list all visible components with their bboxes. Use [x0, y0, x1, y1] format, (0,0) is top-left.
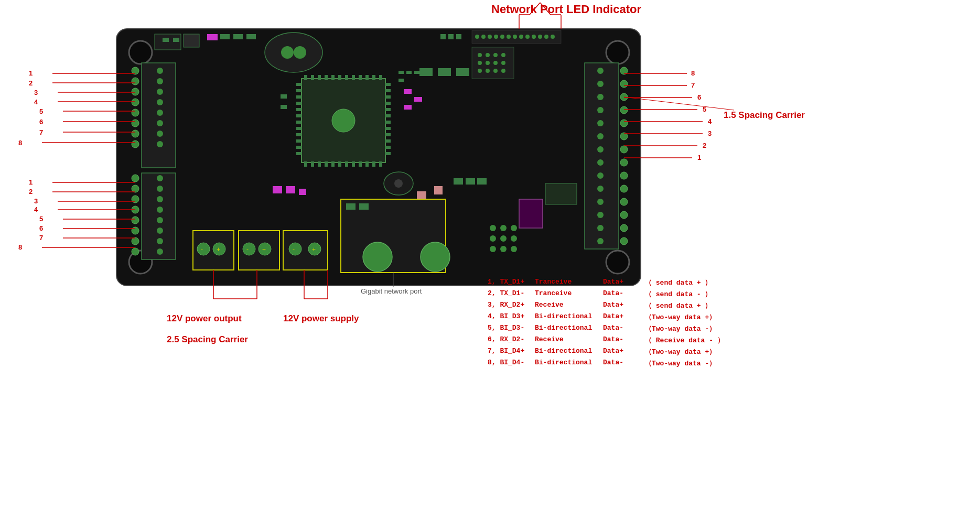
svg-point-26 — [157, 99, 163, 105]
svg-point-30 — [157, 141, 163, 147]
svg-point-40 — [620, 67, 628, 74]
legend-type-3: Receive — [535, 301, 603, 310]
svg-rect-107 — [385, 89, 391, 92]
svg-point-55 — [597, 81, 604, 87]
svg-rect-68 — [155, 34, 181, 50]
svg-text:1: 1 — [697, 154, 701, 161]
svg-rect-105 — [296, 152, 301, 155]
svg-point-42 — [620, 93, 628, 101]
svg-rect-77 — [233, 34, 243, 39]
legend-type-5: Bi-directional — [535, 324, 603, 333]
legend-type-1: Tranceive — [535, 278, 603, 287]
svg-point-61 — [597, 159, 604, 166]
svg-rect-181 — [438, 68, 451, 76]
svg-text:+: + — [312, 246, 316, 253]
svg-text:4: 4 — [34, 98, 38, 106]
svg-rect-177 — [440, 34, 446, 39]
svg-point-33 — [157, 196, 163, 202]
svg-point-49 — [620, 185, 628, 192]
svg-rect-207 — [414, 71, 419, 74]
label-gigabit-network: Gigabit network port — [361, 287, 422, 295]
svg-rect-146 — [414, 97, 422, 102]
svg-text:6: 6 — [697, 93, 701, 101]
svg-point-17 — [132, 196, 139, 203]
svg-rect-145 — [404, 89, 412, 94]
svg-rect-144 — [281, 105, 287, 109]
svg-rect-179 — [456, 34, 461, 39]
legend-type-6: Receive — [535, 335, 603, 345]
svg-rect-154 — [417, 191, 426, 201]
svg-text:-: - — [246, 246, 249, 253]
svg-rect-98 — [296, 108, 301, 111]
svg-point-168 — [289, 243, 301, 255]
svg-point-88 — [525, 35, 530, 39]
svg-rect-104 — [296, 146, 301, 149]
svg-rect-155 — [357, 225, 383, 240]
svg-rect-117 — [385, 152, 391, 155]
legend-num-1: 1, TX_D1+ — [488, 278, 535, 287]
svg-rect-108 — [385, 95, 391, 99]
svg-point-11 — [132, 109, 139, 116]
svg-text:4: 4 — [708, 117, 712, 125]
svg-point-188 — [478, 61, 482, 65]
svg-rect-210 — [454, 178, 463, 185]
svg-rect-76 — [220, 34, 230, 39]
svg-point-174 — [421, 242, 450, 272]
svg-point-50 — [620, 198, 628, 205]
svg-point-60 — [597, 146, 604, 153]
svg-text:3: 3 — [34, 89, 38, 96]
svg-rect-156 — [378, 220, 387, 244]
svg-rect-162 — [239, 231, 279, 270]
svg-rect-99 — [296, 114, 301, 117]
svg-point-202 — [490, 246, 496, 252]
svg-point-89 — [532, 35, 536, 39]
svg-point-186 — [493, 53, 498, 57]
svg-text:8: 8 — [691, 69, 695, 77]
svg-rect-126 — [359, 75, 362, 80]
legend-paren-4: （Two-way data +） — [645, 312, 716, 322]
svg-text:8: 8 — [18, 139, 22, 147]
svg-rect-39 — [585, 63, 619, 249]
legend-type-2: Tranceive — [535, 289, 603, 299]
svg-point-203 — [500, 246, 507, 252]
svg-rect-93 — [301, 79, 385, 163]
svg-text:5: 5 — [39, 215, 43, 223]
label-25-spacing: 2.5 Spacing Carrier — [167, 334, 248, 345]
svg-rect-213 — [545, 183, 577, 204]
svg-rect-208 — [399, 79, 404, 82]
svg-point-36 — [157, 228, 163, 234]
svg-point-54 — [597, 68, 604, 74]
svg-point-199 — [490, 235, 496, 242]
svg-point-198 — [511, 225, 517, 231]
svg-line-277 — [624, 97, 734, 110]
svg-point-65 — [597, 212, 604, 218]
svg-point-52 — [620, 224, 628, 232]
svg-text:-: - — [293, 246, 295, 253]
legend-type-8: Bi-directional — [535, 359, 603, 368]
svg-text:2: 2 — [29, 188, 33, 196]
svg-rect-79 — [472, 30, 561, 44]
svg-point-9 — [132, 88, 139, 95]
svg-rect-111 — [385, 114, 391, 117]
svg-rect-0 — [116, 29, 641, 286]
svg-rect-78 — [246, 34, 256, 39]
svg-point-62 — [597, 172, 604, 179]
svg-rect-134 — [331, 161, 335, 167]
svg-point-196 — [490, 225, 496, 231]
svg-rect-127 — [365, 75, 369, 80]
svg-rect-5 — [142, 63, 176, 168]
svg-text:7: 7 — [39, 128, 43, 136]
svg-point-2 — [606, 41, 629, 64]
legend-paren-2: （ send data - ） — [645, 289, 712, 299]
svg-point-7 — [132, 67, 139, 74]
svg-point-46 — [620, 146, 628, 153]
svg-point-1 — [129, 41, 152, 64]
legend-paren-3: （ send data + ） — [645, 301, 712, 310]
svg-rect-69 — [184, 34, 199, 47]
legend-paren-5: （Two-way data -） — [645, 324, 716, 333]
svg-text:3: 3 — [708, 129, 712, 137]
svg-point-38 — [157, 248, 163, 255]
svg-rect-128 — [372, 75, 375, 80]
svg-rect-132 — [318, 161, 321, 167]
legend-data-2: Data- — [603, 289, 645, 299]
